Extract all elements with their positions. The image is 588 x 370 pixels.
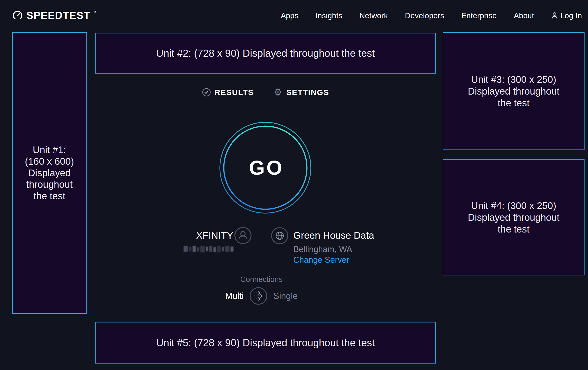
tab-results-label: RESULTS — [215, 88, 254, 97]
ad-text-line: Unit #2: (728 x 90) Displayed throughout… — [156, 47, 375, 59]
ad-text-line: throughout — [26, 179, 73, 190]
ad-text-line: Displayed throughout — [468, 85, 560, 97]
server-location: Bellingham, WA — [293, 245, 352, 254]
multi-connection-toggle-icon[interactable] — [249, 287, 268, 305]
view-tabs: RESULTS ⚙ SETTINGS — [95, 88, 436, 97]
nav-item-apps[interactable]: Apps — [281, 11, 298, 20]
tab-results[interactable]: RESULTS — [202, 88, 254, 97]
ad-unit-4-rectangle[interactable]: Unit #4: (300 x 250) Displayed throughou… — [443, 159, 585, 275]
nav-item-enterprise[interactable]: Enterprise — [461, 11, 496, 20]
ad-text-line: (160 x 600) — [25, 156, 74, 167]
nav-item-network[interactable]: Network — [359, 11, 388, 20]
ad-text-line: Displayed throughout — [468, 211, 560, 223]
change-server-link[interactable]: Change Server — [293, 255, 349, 265]
ad-text-line: Displayed — [28, 167, 71, 179]
connections-row: Multi Single — [215, 287, 308, 305]
ad-text-line: Unit #3: (300 x 250) — [471, 74, 556, 85]
go-button-label: GO — [218, 121, 313, 215]
isp-user-badge-icon — [234, 227, 252, 244]
tab-settings-label: SETTINGS — [286, 88, 329, 97]
ad-unit-5-leaderboard[interactable]: Unit #5: (728 x 90) Displayed throughout… — [95, 322, 436, 364]
isp-name: XFINITY — [182, 230, 233, 241]
ad-text-line: Unit #4: (300 x 250) — [471, 200, 556, 211]
ad-text-line: Unit #5: (728 x 90) Displayed throughout… — [156, 337, 375, 349]
server-globe-icon — [271, 227, 288, 245]
ip-address-redacted — [184, 246, 233, 253]
server-name: Green House Data — [293, 230, 374, 241]
go-button[interactable]: GO — [218, 121, 313, 215]
nav-item-about[interactable]: About — [514, 11, 534, 20]
tab-settings[interactable]: ⚙ SETTINGS — [274, 88, 329, 97]
nav-item-developers[interactable]: Developers — [405, 11, 444, 20]
ad-text-line: the test — [33, 190, 65, 202]
settings-gear-icon: ⚙ — [274, 88, 283, 97]
nav-item-login[interactable]: Log In — [551, 11, 582, 20]
connections-multi-option[interactable]: Multi — [225, 291, 244, 301]
main-nav: Apps Insights Network Developers Enterpr… — [281, 0, 582, 31]
brand-trademark: ® — [94, 10, 96, 14]
connections-title: Connections — [215, 275, 308, 284]
ad-text-line: the test — [498, 223, 530, 235]
ad-unit-2-leaderboard[interactable]: Unit #2: (728 x 90) Displayed throughout… — [95, 33, 436, 74]
login-label: Log In — [560, 11, 582, 20]
connections-single-option[interactable]: Single — [273, 291, 298, 301]
speedtest-logo[interactable]: SPEEDTEST ® — [12, 10, 96, 21]
speedometer-gauge-icon — [12, 10, 23, 21]
ad-text-line: the test — [498, 97, 530, 109]
ad-unit-1-skyscraper[interactable]: Unit #1: (160 x 600) Displayed throughou… — [12, 32, 87, 314]
nav-item-insights[interactable]: Insights — [315, 11, 342, 20]
check-circle-icon — [202, 88, 211, 97]
brand-name: SPEEDTEST — [26, 10, 90, 20]
user-icon — [551, 12, 558, 20]
ad-unit-3-rectangle[interactable]: Unit #3: (300 x 250) Displayed throughou… — [443, 32, 585, 150]
speedtest-page: SPEEDTEST ® Apps Insights Network Develo… — [0, 0, 588, 370]
ad-text-line: Unit #1: — [33, 144, 66, 156]
